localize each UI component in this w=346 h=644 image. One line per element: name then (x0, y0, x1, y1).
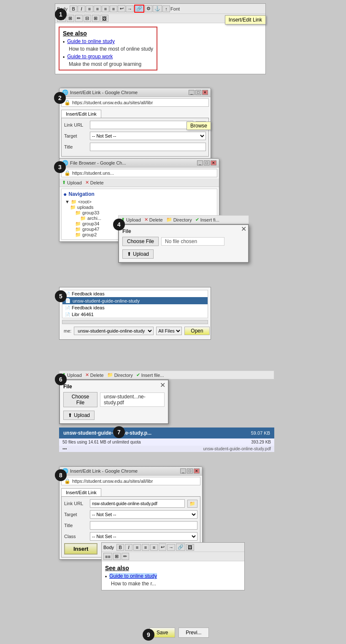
link-guide-online[interactable]: Guide to online study (67, 38, 115, 44)
tree-uploads[interactable]: 📁 uploads (63, 205, 215, 210)
maximize-btn-3[interactable]: □ (204, 160, 210, 165)
step9-container: Save Previ... (148, 626, 295, 639)
result-filesize-7: 59.07 KB (251, 430, 270, 436)
bullet-item-2: • Guide to group work (63, 54, 153, 60)
minimize-btn-3[interactable]: _ (197, 160, 203, 165)
chrome-controls-8: _ □ ✕ (180, 468, 200, 474)
dialog-tab-8[interactable]: Insert/Edit Link (61, 488, 101, 496)
delete-btn-6[interactable]: ✕ Delete (85, 372, 104, 378)
upload-btn-3[interactable]: ⬆Upload (62, 180, 82, 185)
filename-select-5[interactable]: unsw-student-guide-online-study (74, 327, 154, 335)
tb-btn6[interactable]: 🖼 (100, 15, 108, 22)
list2-btn[interactable]: ≡ (94, 5, 101, 12)
list4-btn[interactable]: ≡ (110, 5, 117, 12)
filetype-select-5[interactable]: All Files (156, 327, 182, 335)
link-url-input[interactable] (90, 121, 193, 129)
bullet-item-1: • Guide to online study (63, 38, 153, 45)
undo-btn-8[interactable]: ↩ (159, 544, 166, 551)
tb-btn2[interactable]: ⊞ (67, 15, 74, 22)
undo-btn[interactable]: ↩ (118, 5, 125, 12)
class-select-8[interactable]: -- Not Set -- (90, 532, 197, 541)
editor-label-8: Body (103, 545, 114, 550)
editor-body-content: See also • Guide to online study How to … (55, 23, 265, 74)
guide-link-8[interactable]: Guide to online study (109, 573, 157, 579)
link-guide-group[interactable]: Guide to group work (67, 54, 113, 60)
file-choose-row-6: Choose File unsw-student...ne-study.pdf (63, 392, 165, 407)
directory-btn-4[interactable]: 📁 Directory (166, 217, 192, 222)
settings-btn[interactable]: ⚙ (145, 5, 152, 12)
bold-btn[interactable]: B (70, 5, 77, 12)
insert-file-btn-6[interactable]: ✔ Insert file... (136, 372, 164, 378)
redo-btn-8[interactable]: → (167, 544, 175, 551)
size-detail-7: 393.29 KB (251, 440, 271, 444)
title-input-8[interactable] (90, 521, 197, 530)
italic-btn[interactable]: I (78, 5, 85, 12)
tb-btn3[interactable]: ✏ (75, 15, 83, 22)
tb2-btn3-8[interactable]: ✏ (122, 553, 129, 560)
bold-btn-8[interactable]: B (116, 544, 124, 551)
browse-icon-btn-8[interactable]: 📁 (187, 500, 197, 508)
title-input[interactable] (90, 143, 206, 151)
italic-btn-8[interactable]: I (125, 544, 132, 551)
choose-file-btn-4[interactable]: Choose File (122, 237, 159, 246)
pdf-icon-feedback2: 📄 (65, 306, 70, 310)
upload-action-btn-4[interactable]: ⬆ Upload (122, 249, 154, 259)
link-url-input-8[interactable] (90, 499, 185, 508)
target-select[interactable]: -- Not Set -- (90, 132, 206, 140)
close-btn-8[interactable]: ✕ (194, 468, 200, 474)
tb2-btn2-8[interactable]: ⊞ (113, 553, 121, 560)
preview-btn-9[interactable]: Previ... (178, 628, 208, 638)
list2-btn-8[interactable]: ≡ (142, 544, 149, 551)
anchor-btn[interactable]: ⚓ (153, 5, 162, 12)
close-dialog-btn-6[interactable]: ✕ (160, 381, 165, 389)
file-dialog-title-4: File (122, 228, 245, 234)
delete-btn-3[interactable]: ✕Delete (85, 180, 104, 185)
title-row-8: Title (64, 521, 197, 530)
pdf-icon-libr: 📄 (65, 312, 70, 317)
tb-btn5[interactable]: ⊞ (92, 15, 100, 22)
insert-link-btn[interactable]: 🔗 (134, 5, 144, 13)
list3-btn-8[interactable]: ≡ (150, 544, 158, 551)
img-btn-8[interactable]: 🖼 (186, 544, 194, 551)
editor-toolbar2-8: ≡≡ ⊞ ✏ (102, 552, 244, 561)
guide-item[interactable]: 📄 unsw-student-guide-online-study (62, 297, 208, 304)
browse-tooltip: Browse (187, 122, 211, 130)
upload-dialog-4: ✕ File Choose File No file chosen ⬆ Uplo… (118, 224, 249, 263)
insert-btn-4[interactable]: ✔ Insert fi... (195, 217, 219, 222)
tb-btn4[interactable]: ⊟ (84, 15, 91, 22)
link-btn-8[interactable]: 🔗 (176, 544, 185, 551)
upload-action-btn-6[interactable]: ⬆ Upload (63, 411, 95, 420)
result-filename-7: unsw-student-guide-online-study.p... (63, 430, 151, 436)
minimize-btn-2[interactable]: _ (189, 90, 195, 95)
maximize-btn-2[interactable]: □ (195, 90, 201, 95)
close-dialog-btn-4[interactable]: ✕ (241, 225, 246, 233)
step4-overlay: ⬆ Upload ✕ Delete 📁 Directory ✔ Insert f… (118, 215, 249, 263)
scrollbar-h-5[interactable] (62, 320, 208, 324)
tb2-btn1-8[interactable]: ≡≡ (103, 553, 112, 560)
list3-btn[interactable]: ≡ (102, 5, 109, 12)
addressbar-3: 🔒 https://student.uns... (61, 169, 217, 177)
list-btn[interactable]: ≡ (86, 5, 93, 12)
see-also-title: See also (63, 30, 153, 37)
list-btn-8[interactable]: ≡ (133, 544, 141, 551)
ins-icon-4: ✔ (195, 217, 199, 222)
dialog-tab-2[interactable]: Insert/Edit Link (61, 110, 101, 118)
close-btn-3[interactable]: ✕ (211, 160, 216, 165)
target-select-8[interactable]: -- Not Set -- (90, 510, 197, 519)
step7-badge: 7 (113, 426, 125, 438)
open-btn-5[interactable]: Open (184, 327, 209, 335)
tree-root[interactable]: ▼ 📁 <root> (63, 199, 215, 205)
delete-btn-4[interactable]: ✕ Delete (144, 217, 163, 222)
editor-content-8: See also • Guide to online study How to … (102, 561, 244, 590)
body-editor-8: Body B I ≡ ≡ ≡ ↩ → 🔗 🖼 ≡≡ ⊞ ✏ See also • (101, 542, 245, 590)
target-label-8: Target (64, 512, 87, 517)
maximize-btn-8[interactable]: □ (187, 468, 193, 474)
close-btn-2[interactable]: ✕ (202, 90, 208, 95)
insert-btn-8[interactable]: Insert (64, 543, 97, 555)
redo-btn[interactable]: → (126, 5, 134, 12)
upload-icon-btn[interactable]: ↑ (162, 5, 170, 12)
dir-btn-6[interactable]: 📁 Directory (107, 372, 133, 378)
file-detail-name-7: unsw-student-guide-online-study.pdf (203, 446, 271, 451)
minimize-btn-8[interactable]: _ (180, 468, 186, 474)
choose-file-btn-6[interactable]: Choose File (63, 392, 97, 407)
